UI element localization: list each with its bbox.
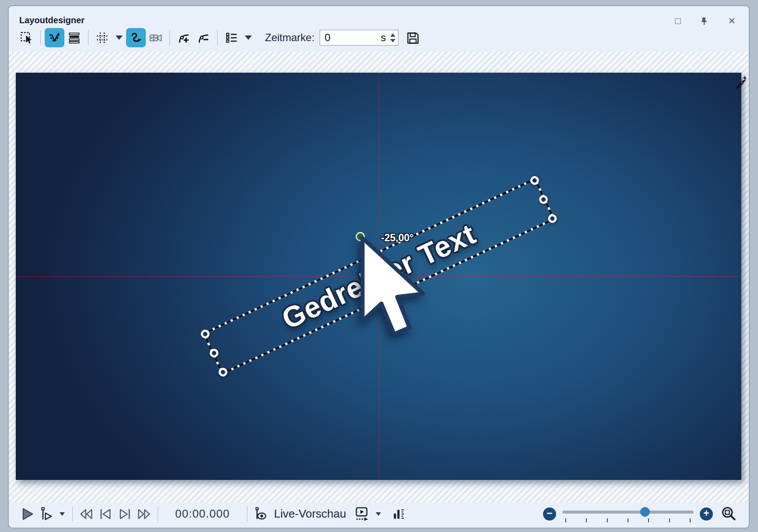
keyframe-dropdown-caret[interactable] bbox=[245, 35, 252, 40]
curve-mode-tool-button[interactable] bbox=[126, 28, 146, 47]
pin-icon bbox=[700, 17, 709, 25]
play-options-caret[interactable] bbox=[60, 512, 65, 516]
zeitmarke-input[interactable] bbox=[324, 32, 381, 44]
object-list-tool-button[interactable] bbox=[64, 28, 84, 47]
play-from-marker-icon bbox=[39, 506, 54, 522]
window-controls: □ ✕ bbox=[675, 16, 736, 25]
rewind-icon bbox=[78, 506, 94, 522]
titlebar: Layoutdesigner □ ✕ bbox=[9, 6, 749, 26]
preview-options-caret[interactable] bbox=[376, 512, 381, 516]
transport-bar: 00:00.000 Live-Vorschau bbox=[9, 503, 749, 528]
window-title: Layoutdesigner bbox=[19, 15, 85, 25]
next-keyframe-button[interactable] bbox=[117, 506, 133, 522]
zoom-slider[interactable] bbox=[562, 506, 694, 522]
camera-pan-tool-button[interactable] bbox=[146, 28, 166, 47]
toolbar-separator bbox=[40, 30, 41, 45]
maximize-button[interactable]: □ bbox=[675, 16, 681, 25]
plus-icon: + bbox=[703, 508, 709, 518]
select-tool-button[interactable] bbox=[17, 28, 36, 47]
zeitmarke-unit: s bbox=[381, 32, 386, 44]
toolbar-separator bbox=[88, 30, 88, 45]
maximize-icon: □ bbox=[675, 16, 681, 25]
fast-forward-button[interactable] bbox=[136, 506, 152, 522]
zoom-fit-icon bbox=[721, 506, 737, 522]
zoom-in-button[interactable]: + bbox=[700, 507, 713, 521]
preview-mode-button[interactable] bbox=[354, 506, 370, 522]
transport-separator bbox=[247, 507, 247, 521]
select-icon bbox=[20, 31, 33, 45]
zeitmarke-field: s bbox=[320, 30, 398, 46]
toolbar-separator bbox=[217, 30, 218, 45]
skip-back-icon bbox=[98, 506, 113, 522]
zoom-slider-thumb[interactable] bbox=[640, 507, 650, 517]
zoom-slider-track[interactable] bbox=[562, 511, 694, 514]
zoom-fit-button[interactable] bbox=[721, 506, 737, 522]
live-preview-label: Live-Vorschau bbox=[274, 507, 346, 521]
zoom-slider-ticks bbox=[565, 518, 691, 522]
grid-dropdown-caret[interactable] bbox=[116, 35, 123, 40]
zeitmarke-label: Zeitmarke: bbox=[265, 32, 314, 44]
transport-separator bbox=[158, 507, 158, 521]
remove-point-icon bbox=[197, 31, 210, 45]
camera-pan-icon bbox=[149, 31, 162, 45]
add-point-icon bbox=[177, 31, 190, 45]
pin-button[interactable] bbox=[700, 17, 709, 25]
preview-window-icon bbox=[354, 506, 370, 522]
transport-separator bbox=[72, 507, 73, 521]
toolbar-separator bbox=[169, 30, 170, 45]
remove-curve-point-button[interactable] bbox=[194, 28, 213, 47]
mouse-cursor bbox=[359, 235, 437, 345]
quality-levels-button[interactable] bbox=[391, 507, 405, 521]
minus-icon: − bbox=[546, 508, 552, 518]
zoom-out-button[interactable]: − bbox=[543, 507, 556, 521]
time-display: 00:00.000 bbox=[175, 507, 230, 521]
add-curve-point-button[interactable] bbox=[174, 28, 194, 47]
design-canvas[interactable]: Gedrehter Text -25,00° bbox=[16, 73, 741, 480]
save-button[interactable] bbox=[405, 31, 420, 45]
levels-icon bbox=[391, 507, 405, 521]
previous-keyframe-button[interactable] bbox=[98, 506, 113, 522]
live-preview-toggle[interactable] bbox=[253, 506, 269, 522]
zoom-controls: − + bbox=[543, 506, 738, 522]
play-button[interactable] bbox=[19, 506, 35, 522]
play-icon bbox=[19, 506, 35, 522]
layoutdesigner-window: Layoutdesigner □ ✕ bbox=[8, 5, 750, 528]
show-path-tool-button[interactable] bbox=[45, 28, 64, 47]
detail-list-icon bbox=[225, 31, 238, 45]
toolbar: Zeitmarke: s bbox=[9, 26, 749, 52]
rewind-button[interactable] bbox=[78, 506, 94, 522]
spinner-down-icon[interactable] bbox=[390, 39, 395, 42]
curve-icon bbox=[129, 31, 143, 45]
pin-eye-icon bbox=[253, 506, 269, 522]
pen-add-cursor-icon bbox=[735, 76, 748, 91]
grid-tool-button[interactable] bbox=[92, 28, 112, 47]
keyframe-list-button[interactable] bbox=[222, 28, 241, 47]
fast-forward-icon bbox=[136, 506, 152, 522]
close-button[interactable]: ✕ bbox=[728, 16, 736, 25]
spinner-up-icon[interactable] bbox=[390, 33, 395, 37]
save-icon bbox=[405, 31, 420, 45]
skip-forward-icon bbox=[117, 506, 133, 522]
path-check-icon bbox=[48, 31, 61, 45]
workspace: Gedrehter Text -25,00° bbox=[9, 52, 749, 503]
zeitmarke-spinner bbox=[390, 33, 395, 42]
stacked-bars-icon bbox=[67, 31, 81, 45]
play-from-marker-button[interactable] bbox=[39, 506, 54, 522]
grid-icon bbox=[95, 31, 109, 45]
close-icon: ✕ bbox=[728, 16, 736, 25]
